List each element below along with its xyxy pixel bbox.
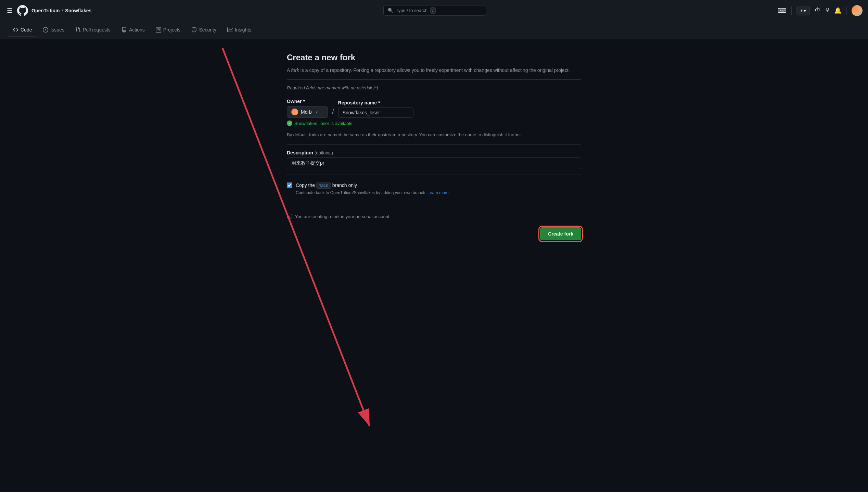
search-bar[interactable]: 🔍 Type / to search / — [383, 5, 486, 16]
slash-separator: / — [332, 108, 334, 116]
timer-icon[interactable]: ⏱ — [815, 7, 821, 14]
fork-name-note: By default, forks are named the same as … — [287, 131, 581, 139]
inbox-icon[interactable]: 🔔 — [834, 7, 842, 14]
learn-more-link[interactable]: Learn more. — [427, 190, 450, 195]
info-note: i You are creating a fork in your person… — [287, 208, 581, 219]
divider-3 — [287, 175, 581, 175]
copy-the-text: Copy the — [296, 182, 315, 188]
tab-insights[interactable]: Insights — [222, 23, 256, 37]
info-text: You are creating a fork in your personal… — [295, 214, 391, 219]
check-icon: ✓ — [287, 121, 292, 126]
tab-issues[interactable]: Issues — [38, 23, 69, 37]
tab-projects-label: Projects — [163, 27, 181, 33]
repo-name-label: Repository name * — [338, 100, 413, 105]
copy-branch-checkbox[interactable] — [287, 182, 292, 188]
security-icon — [191, 27, 197, 33]
main-branch-badge: main — [316, 182, 331, 189]
github-logo — [17, 5, 28, 16]
divider-2 — [287, 144, 581, 144]
plus-chevron-icon: ▾ — [804, 8, 806, 13]
description-label: Description (optional) — [287, 150, 581, 155]
owner-group: Owner * Mq-b ▾ — [287, 99, 328, 118]
description-input[interactable] — [287, 157, 581, 169]
page-description: A fork is a copy of a repository. Forkin… — [287, 66, 581, 74]
issues-icon — [43, 27, 48, 33]
create-fork-button[interactable]: Create fork — [540, 227, 581, 240]
chevron-down-icon: ▾ — [316, 110, 318, 114]
tab-projects[interactable]: Projects — [151, 23, 186, 37]
tab-code-label: Code — [21, 27, 32, 33]
owner-avatar — [291, 109, 298, 115]
copy-branch-label-group: Copy the main branch only Contribute bac… — [296, 182, 450, 195]
tab-pull-requests[interactable]: Pull requests — [71, 23, 115, 37]
tab-actions-label: Actions — [129, 27, 145, 33]
insights-icon — [227, 27, 233, 33]
owner-value: Mq-b — [301, 109, 312, 115]
breadcrumb-separator: / — [62, 8, 63, 13]
tab-security[interactable]: Security — [187, 23, 221, 37]
info-icon: i — [287, 214, 292, 219]
divider-1 — [287, 79, 581, 80]
divider-4 — [287, 202, 581, 202]
user-avatar[interactable] — [852, 5, 863, 16]
available-message: ✓ Snowflakes_loser is available. — [287, 121, 581, 126]
code-icon — [13, 27, 18, 33]
actions-icon — [122, 27, 127, 33]
nav-right: ⌨ + ▾ ⏱ ⑂ 🔔 — [778, 5, 863, 16]
required-note: Required fields are marked with an aster… — [287, 85, 581, 90]
nav-left: ☰ OpenTritium / Snowflakes — [5, 5, 91, 16]
page-title: Create a new fork — [287, 53, 581, 62]
search-shortcut: / — [430, 7, 436, 14]
breadcrumb-repo: Snowflakes — [65, 8, 91, 13]
repo-name-input[interactable] — [338, 108, 413, 118]
main-content: Create a new fork A fork is a copy of a … — [280, 53, 588, 240]
owner-repo-row: Owner * Mq-b ▾ / Repository name * — [287, 99, 581, 118]
owner-label: Owner * — [287, 99, 328, 104]
repo-name-group: Repository name * — [338, 100, 413, 118]
copy-branch-sublabel: Contribute back to OpenTritium/Snowflake… — [296, 190, 450, 195]
pull-request-icon[interactable]: ⑂ — [826, 7, 829, 14]
tab-security-label: Security — [199, 27, 216, 33]
terminal-button[interactable]: ⌨ — [778, 7, 787, 14]
breadcrumb: OpenTritium / Snowflakes — [31, 8, 91, 13]
tab-issues-label: Issues — [50, 27, 64, 33]
nav-divider-2 — [846, 7, 847, 15]
search-placeholder: Type / to search — [396, 8, 428, 13]
copy-branch-label[interactable]: Copy the main branch only — [296, 182, 357, 188]
breadcrumb-owner[interactable]: OpenTritium — [31, 8, 60, 13]
nav-divider-1 — [791, 7, 792, 15]
available-text: Snowflakes_loser is available. — [294, 121, 354, 126]
submit-area: Create fork — [287, 227, 581, 240]
plus-label: + — [800, 8, 803, 13]
create-new-button[interactable]: + ▾ — [796, 6, 810, 15]
repo-nav: Code Issues Pull requests Actions Projec… — [0, 21, 868, 39]
pull-request-nav-icon — [75, 27, 81, 33]
search-area: 🔍 Type / to search / — [95, 5, 773, 16]
tab-insights-label: Insights — [235, 27, 251, 33]
projects-icon — [156, 27, 161, 33]
description-optional: (optional) — [315, 150, 333, 155]
tab-pull-requests-label: Pull requests — [83, 27, 111, 33]
copy-branch-row: Copy the main branch only Contribute bac… — [287, 182, 581, 195]
tab-actions[interactable]: Actions — [117, 23, 150, 37]
top-nav: ☰ OpenTritium / Snowflakes 🔍 Type / to s… — [0, 0, 868, 21]
fork-text-em: fork — [291, 67, 299, 73]
tab-code[interactable]: Code — [8, 23, 37, 37]
description-group: Description (optional) — [287, 150, 581, 169]
owner-select[interactable]: Mq-b ▾ — [287, 106, 328, 118]
search-icon: 🔍 — [388, 8, 393, 13]
hamburger-button[interactable]: ☰ — [5, 5, 14, 16]
